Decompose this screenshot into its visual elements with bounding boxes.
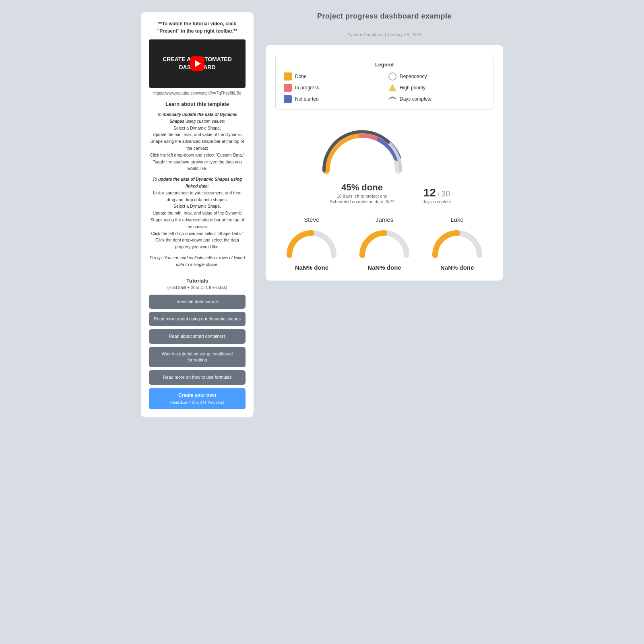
- tutorial-note: **To watch the tutorial video, click "Pr…: [149, 20, 246, 35]
- days-count: 12 / 30: [423, 186, 451, 199]
- days-label: days complete: [423, 199, 451, 204]
- btn-formulas[interactable]: Read more on how to use formulas: [149, 370, 246, 384]
- dashboard-title: Project progress dashboard example: [266, 12, 503, 21]
- legend-label-notstarted: Not started: [295, 96, 319, 102]
- legend-label-inprogress: In progress: [295, 85, 319, 91]
- main-gauge-sub1: 18 days left to project end: [318, 194, 407, 198]
- right-panel: Project progress dashboard example Syste…: [266, 12, 503, 417]
- swatch-notstarted: [284, 95, 292, 103]
- dashboard-header: Project progress dashboard example Syste…: [266, 12, 503, 37]
- main-gauge-sub2: Scheduled completion date: 6/27: [318, 199, 407, 204]
- legend-item-done: Done: [284, 72, 380, 80]
- days-total-number: 30: [441, 189, 450, 198]
- person-pct-steve: NaN% done: [285, 264, 338, 271]
- video-thumbnail[interactable]: CREATE AN AUTOMATED DASHBOARD: [149, 39, 246, 88]
- legend-label-highpriority: High priority: [400, 85, 425, 91]
- main-gauge-percent: 45% done: [318, 182, 407, 193]
- days-complete-number: 12: [423, 186, 436, 199]
- legend-title: Legend: [284, 62, 485, 68]
- person-name-steve: Steve: [285, 216, 338, 223]
- play-icon: [195, 60, 201, 67]
- btn-dynamic-shapes[interactable]: Read more about using our dynamic shapes: [149, 312, 246, 326]
- swatch-done: [284, 72, 292, 80]
- swatch-inprogress: [284, 84, 292, 92]
- legend-label-done: Done: [295, 74, 307, 79]
- days-separator: /: [438, 191, 441, 198]
- person-row: Steve NaN% done James NaN% done: [275, 216, 493, 271]
- person-card-james: James NaN% done: [358, 216, 411, 271]
- main-gauge-svg-wrap: [318, 122, 407, 178]
- person-pct-luke: NaN% done: [431, 264, 483, 271]
- dashboard-meta: System Templates | January 28, 2025: [266, 32, 503, 37]
- btn-smart-containers[interactable]: Read about smart containers: [149, 329, 246, 343]
- person-name-james: James: [358, 216, 411, 223]
- person-pct-james: NaN% done: [358, 264, 411, 271]
- swatch-priority: [388, 84, 396, 91]
- header-separator: [266, 24, 503, 24]
- tutorials-section: Tutorials (Hold Shift + ⌘ or Ctrl, then …: [149, 278, 246, 410]
- main-gauge-container: 45% done 18 days left to project end Sch…: [318, 122, 407, 204]
- gauge-svg-luke: [431, 227, 483, 259]
- legend-item-dayscomplete: Days complete: [388, 95, 485, 103]
- instructions: To manually update the data of Dynamic S…: [149, 111, 246, 268]
- legend-item-inprogress: In progress: [284, 84, 380, 92]
- swatch-dependency: [388, 72, 396, 80]
- legend-box: Legend Done Dependency In progress: [275, 55, 493, 110]
- main-gauge-svg: [318, 122, 407, 178]
- video-url: https://www.youtube.com/watch?v=7qFhoy8b…: [149, 91, 246, 95]
- person-name-luke: Luke: [431, 216, 483, 223]
- btn-create-own[interactable]: Create your own (Hold Shift + ⌘ or Ctrl,…: [149, 388, 246, 410]
- tutorials-title: Tutorials: [149, 278, 246, 284]
- legend-item-highpriority: High priority: [388, 84, 485, 92]
- person-card-steve: Steve NaN% done: [285, 216, 338, 271]
- legend-label-dependency: Dependency: [400, 74, 427, 79]
- days-info: 12 / 30 days complete: [423, 186, 451, 204]
- legend-item-dependency: Dependency: [388, 72, 485, 80]
- legend-item-notstarted: Not started: [284, 95, 380, 103]
- swatch-days: [388, 97, 396, 101]
- page-wrapper: **To watch the tutorial video, click "Pr…: [141, 12, 503, 417]
- btn-view-data-source[interactable]: View the data source: [149, 295, 246, 309]
- tutorials-subtitle: (Hold Shift + ⌘ or Ctrl, then click): [149, 285, 246, 290]
- gauge-svg-james: [358, 227, 411, 259]
- legend-label-dayscomplete: Days complete: [400, 96, 431, 102]
- btn-conditional-formatting[interactable]: Watch a tutorial on using conditional fo…: [149, 347, 246, 367]
- play-button[interactable]: [190, 56, 204, 71]
- gauge-section: 45% done 18 days left to project end Sch…: [275, 122, 493, 204]
- person-card-luke: Luke NaN% done: [431, 216, 483, 271]
- main-gauge-info: 45% done 18 days left to project end Sch…: [318, 182, 407, 204]
- left-panel: **To watch the tutorial video, click "Pr…: [141, 12, 254, 417]
- legend-grid: Done Dependency In progress High priorit…: [284, 72, 485, 103]
- dashboard-card: Legend Done Dependency In progress: [266, 45, 503, 281]
- gauge-svg-steve: [285, 227, 338, 259]
- learn-title: Learn about this template: [149, 101, 246, 107]
